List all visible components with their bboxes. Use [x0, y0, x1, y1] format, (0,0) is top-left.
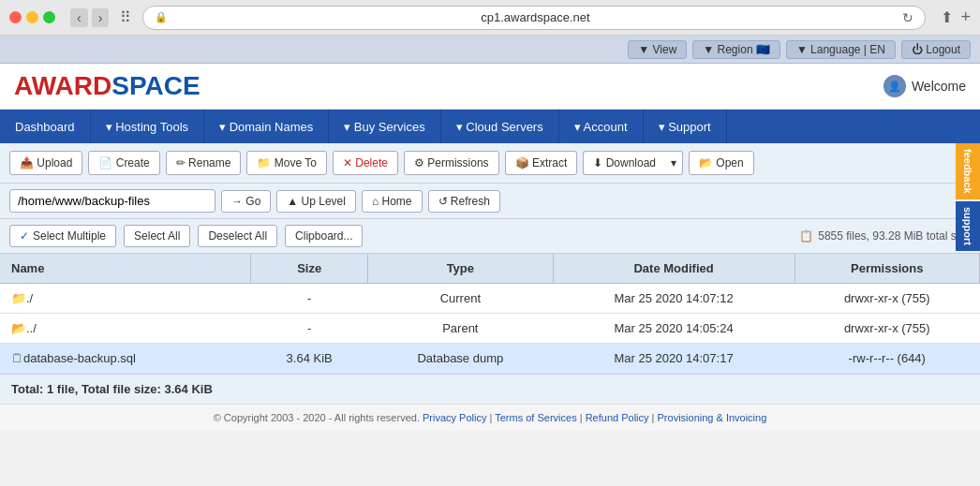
cell-date: Mar 25 2020 14:05:24 [553, 314, 794, 344]
select-all-button[interactable]: Select All [124, 225, 190, 247]
main-nav: Dashboard ▾ Hosting Tools ▾ Domain Names… [0, 110, 980, 143]
logo-award: AWARD [14, 71, 111, 100]
back-button[interactable]: ‹ [70, 8, 88, 27]
upload-button[interactable]: 📤 Upload [9, 151, 82, 175]
col-size: Size [251, 254, 368, 284]
nav-support[interactable]: ▾ Support [644, 110, 727, 143]
footer: © Copyright 2003 - 2020 - All rights res… [0, 404, 980, 431]
col-type: Type [368, 254, 554, 284]
view-button[interactable]: ▼ View [628, 40, 687, 59]
nav-hosting-tools-label: ▾ Hosting Tools [106, 120, 188, 134]
move-to-button[interactable]: 📁 Move To [246, 151, 326, 175]
close-dot[interactable] [9, 11, 22, 23]
file-icon: 🗒 [11, 351, 23, 365]
rename-button[interactable]: ✏ Rename [166, 151, 242, 175]
maximize-dot[interactable] [43, 11, 55, 23]
window-controls [9, 11, 55, 23]
cell-date: Mar 25 2020 14:07:12 [553, 284, 794, 314]
address-bar[interactable]: 🔒 cp1.awardspace.net ↻ [142, 6, 926, 30]
up-level-button[interactable]: ▲ Up Level [276, 190, 356, 213]
col-name: Name [0, 254, 251, 284]
cell-size: 3.64 KiB [251, 344, 368, 374]
cell-name: 🗒database-backup.sql [0, 344, 251, 374]
refresh-button[interactable]: ↺ Refresh [428, 190, 500, 213]
create-button[interactable]: 📄 Create [88, 151, 159, 175]
cell-type: Parent [368, 314, 554, 344]
nav-cloud-servers[interactable]: ▾ Cloud Servers [441, 110, 559, 143]
language-button[interactable]: ▼ Language | EN [786, 40, 896, 59]
delete-button[interactable]: ✕ Delete [333, 151, 398, 175]
nav-buy-services[interactable]: ▾ Buy Services [329, 110, 440, 143]
table-row[interactable]: 📁./ - Current Mar 25 2020 14:07:12 drwxr… [0, 284, 980, 314]
footer-copyright: © Copyright 2003 - 2020 - All rights res… [214, 412, 423, 423]
footer-privacy[interactable]: Privacy Policy [423, 412, 486, 423]
welcome-text: Welcome [912, 79, 966, 94]
logo-text: AWARDSPACE [14, 71, 200, 101]
download-arrow-button[interactable]: ▾ [665, 151, 683, 175]
cell-permissions: -rw-r--r-- (644) [794, 344, 979, 374]
nav-buy-services-label: ▾ Buy Services [344, 120, 424, 134]
folder-up-icon: 📂 [11, 321, 26, 335]
file-name: database-backup.sql [23, 351, 136, 365]
select-multiple-button[interactable]: Select Multiple [9, 225, 116, 247]
region-button[interactable]: ▼ Region 🇪🇺 [692, 40, 780, 59]
path-input[interactable] [9, 189, 215, 213]
total-bar: Total: 1 file, Total file size: 3.64 KiB [0, 374, 980, 404]
tab-grid-button[interactable]: ⠿ [120, 8, 131, 26]
logo: AWARDSPACE [14, 71, 200, 101]
cell-size: - [251, 314, 368, 344]
reload-button[interactable]: ↻ [902, 10, 913, 25]
table-row[interactable]: 📂../ - Parent Mar 25 2020 14:05:24 drwxr… [0, 314, 980, 344]
site-header: AWARDSPACE 👤 Welcome [0, 64, 980, 110]
lock-icon: 🔒 [155, 11, 168, 23]
nav-account[interactable]: ▾ Account [559, 110, 644, 143]
logo-space: SPACE [111, 71, 200, 100]
cell-type: Database dump [368, 344, 554, 374]
table-row[interactable]: 🗒database-backup.sql 3.64 KiB Database d… [0, 344, 980, 374]
file-count-text: 5855 files, 93.28 MiB total size [818, 229, 971, 243]
support-button[interactable]: support [956, 201, 980, 251]
select-bar: Select Multiple Select All Deselect All … [0, 219, 980, 254]
minimize-dot[interactable] [26, 11, 38, 23]
nav-account-label: ▾ Account [574, 120, 628, 134]
cell-name: 📁./ [0, 284, 251, 314]
permissions-button[interactable]: ⚙ Permissions [404, 151, 499, 175]
file-manager: feedback support 📤 Upload 📄 Create ✏ Ren… [0, 143, 980, 404]
clipboard-icon: 📋 [799, 229, 813, 243]
browser-nav: ‹ › [70, 8, 109, 27]
path-bar: → Go ▲ Up Level ⌂ Home ↺ Refresh [0, 184, 980, 219]
home-button[interactable]: ⌂ Home [362, 190, 423, 213]
clipboard-button[interactable]: Clipboard... [285, 225, 363, 247]
go-button[interactable]: → Go [221, 190, 271, 213]
share-button[interactable]: ⬆ [941, 8, 953, 26]
new-tab-button[interactable]: + [960, 7, 971, 27]
feedback-button[interactable]: feedback [956, 143, 980, 199]
folder-icon: 📁 [11, 291, 26, 305]
nav-dashboard[interactable]: Dashboard [0, 110, 91, 143]
file-name: ./ [26, 291, 33, 305]
nav-support-label: ▾ Support [659, 120, 711, 134]
avatar: 👤 [883, 75, 906, 97]
download-button[interactable]: ⬇ Download [583, 151, 665, 175]
download-split-button: ⬇ Download ▾ [583, 151, 683, 175]
open-button[interactable]: 📂 Open [689, 151, 754, 175]
cell-permissions: drwxr-xr-x (755) [794, 314, 979, 344]
logout-button[interactable]: ⏻ Logout [901, 40, 971, 59]
table-header-row: Name Size Type Date Modified Permissions [0, 254, 980, 284]
url-text: cp1.awardspace.net [173, 10, 897, 24]
extract-button[interactable]: 📦 Extract [505, 151, 578, 175]
forward-button[interactable]: › [92, 8, 110, 27]
file-table: Name Size Type Date Modified Permissions… [0, 254, 980, 374]
footer-refund[interactable]: Refund Policy [586, 412, 649, 423]
col-date: Date Modified [553, 254, 794, 284]
cell-type: Current [368, 284, 554, 314]
file-toolbar: 📤 Upload 📄 Create ✏ Rename 📁 Move To ✕ D… [0, 143, 980, 184]
footer-provisioning[interactable]: Provisioning & Invoicing [658, 412, 767, 423]
footer-terms[interactable]: Terms of Services [495, 412, 576, 423]
nav-hosting-tools[interactable]: ▾ Hosting Tools [91, 110, 204, 143]
deselect-all-button[interactable]: Deselect All [198, 225, 277, 247]
cell-date: Mar 25 2020 14:07:17 [553, 344, 794, 374]
col-permissions: Permissions [794, 254, 979, 284]
nav-domain-names[interactable]: ▾ Domain Names [204, 110, 329, 143]
browser-chrome: ‹ › ⠿ 🔒 cp1.awardspace.net ↻ ⬆ + [0, 0, 980, 36]
